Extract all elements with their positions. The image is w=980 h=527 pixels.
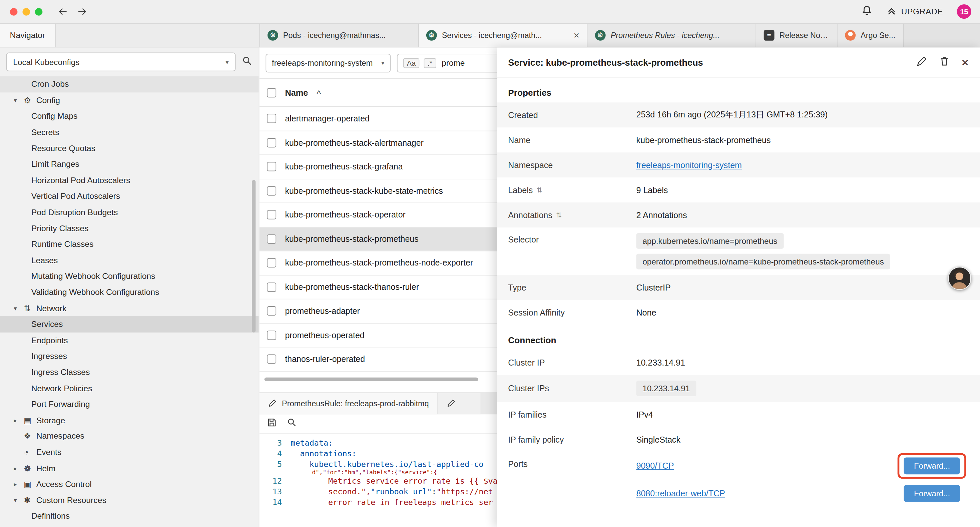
match-case-toggle[interactable]: Aa — [403, 58, 420, 68]
table-row[interactable]: kube-prometheus-stack-grafana — [259, 155, 497, 179]
edit-pencil-icon[interactable] — [916, 56, 928, 69]
forward-button[interactable]: Forward... — [904, 485, 960, 502]
row-checkbox[interactable] — [267, 282, 276, 291]
row-checkbox[interactable] — [267, 355, 276, 364]
forward-button[interactable]: Forward... — [904, 457, 960, 474]
row-checkbox[interactable] — [267, 138, 276, 147]
row-checkbox[interactable] — [267, 258, 276, 267]
row-checkbox[interactable] — [267, 234, 276, 244]
notification-count-badge[interactable]: 15 — [957, 4, 971, 19]
forward-button[interactable] — [77, 6, 88, 17]
editor-tab-partial[interactable] — [438, 393, 481, 415]
notifications-bell-icon[interactable] — [861, 5, 873, 18]
tree-expand-icon[interactable] — [14, 481, 24, 488]
horizontal-scrollbar[interactable] — [259, 375, 497, 382]
sort-toggle-icon[interactable]: ⇅ — [556, 211, 562, 219]
tab-close-icon[interactable]: × — [573, 30, 579, 40]
cluster-tab[interactable]: Services - icecheng@math... × — [418, 24, 587, 47]
row-checkbox[interactable] — [267, 210, 276, 220]
sidebar-tree-item[interactable]: Priority Classes — [0, 220, 259, 236]
cluster-tab[interactable]: Release Notes — [756, 24, 838, 47]
code-line: 3 metadata: — [259, 438, 497, 448]
editor-tab[interactable]: PrometheusRule: freeleaps-prod-rabbitmq — [259, 393, 438, 415]
row-checkbox[interactable] — [267, 114, 276, 123]
regex-toggle[interactable]: .* — [424, 58, 436, 68]
webcam-avatar[interactable] — [948, 267, 971, 290]
row-checkbox[interactable] — [267, 307, 276, 316]
sidebar-tree-item[interactable]: Helm — [0, 460, 259, 476]
tree-expand-icon[interactable] — [14, 497, 24, 504]
sidebar-tree-item[interactable]: Custom Resources — [0, 492, 259, 508]
select-all-checkbox[interactable] — [267, 88, 276, 97]
delete-trash-icon[interactable] — [939, 56, 950, 69]
row-checkbox[interactable] — [267, 186, 276, 196]
sidebar-tree-item[interactable]: Pod Disruption Budgets — [0, 204, 259, 220]
ports-list: 9090/TCPForward...8080:reloader-web/TCPF… — [636, 452, 969, 507]
sort-ascending-icon[interactable]: ^ — [317, 89, 321, 99]
sidebar-tree-item[interactable]: Validating Webhook Configurations — [0, 284, 259, 300]
name-column-header[interactable]: Name — [285, 88, 308, 97]
sidebar-tree-item[interactable]: Vertical Pod Autoscalers — [0, 188, 259, 204]
table-row[interactable]: kube-prometheus-stack-prometheus — [259, 227, 497, 251]
sidebar-tree-item[interactable]: Mutating Webhook Configurations — [0, 268, 259, 284]
tree-expand-icon[interactable] — [14, 97, 24, 104]
kubeconfig-selector[interactable]: Local Kubeconfigs ▾ — [6, 53, 236, 71]
minimize-window-button[interactable] — [22, 8, 30, 15]
table-row[interactable]: kube-prometheus-stack-kube-state-metrics — [259, 179, 497, 203]
cluster-tab[interactable]: Argo Se... — [838, 24, 904, 47]
sidebar-scrollbar[interactable] — [252, 180, 256, 333]
sort-toggle-icon[interactable]: ⇅ — [537, 186, 542, 194]
tree-expand-icon[interactable] — [14, 417, 24, 424]
sidebar-tree-item[interactable]: Port Forwarding — [0, 396, 259, 412]
sidebar-tree-item[interactable]: Leases — [0, 252, 259, 268]
port-forward-link[interactable]: 8080:reloader-web/TCP — [636, 488, 725, 498]
sidebar-tree-item[interactable]: Ingress Classes — [0, 364, 259, 380]
navigator-tab[interactable]: Navigator — [0, 24, 56, 47]
table-row[interactable]: kube-prometheus-stack-thanos-ruler — [259, 275, 497, 299]
port-forward-link[interactable]: 9090/TCP — [636, 461, 674, 470]
table-row[interactable]: prometheus-operated — [259, 323, 497, 347]
sidebar-tree-item[interactable]: Services — [0, 316, 259, 332]
sidebar-tree-item[interactable]: Resource Quotas — [0, 140, 259, 156]
cluster-tab[interactable]: Prometheus Rules - icecheng... — [587, 24, 756, 47]
sidebar-tree-item[interactable]: Limit Ranges — [0, 156, 259, 172]
close-details-icon[interactable]: × — [961, 56, 969, 68]
save-icon[interactable] — [267, 417, 277, 430]
table-row[interactable]: prometheus-adapter — [259, 299, 497, 323]
sidebar-tree-item[interactable]: Config Maps — [0, 108, 259, 124]
tree-expand-icon[interactable] — [14, 305, 24, 312]
namespace-link[interactable]: freeleaps-monitoring-system — [636, 161, 742, 170]
code-text: kubectl.kubernetes.io/last-applied-co — [291, 459, 483, 469]
table-row[interactable]: kube-prometheus-stack-alertmanager — [259, 131, 497, 155]
sidebar-tree-item[interactable]: Network — [0, 300, 259, 316]
cluster-tab[interactable]: Pods - icecheng@mathmas... — [260, 24, 418, 47]
sidebar-tree-item[interactable]: Horizontal Pod Autoscalers — [0, 172, 259, 188]
table-row[interactable]: alertmanager-operated — [259, 107, 497, 131]
back-button[interactable] — [57, 6, 68, 17]
sidebar-tree-item[interactable]: Definitions — [0, 508, 259, 524]
close-window-button[interactable] — [10, 8, 18, 15]
sidebar-tree-item[interactable]: Network Policies — [0, 380, 259, 396]
namespace-filter-dropdown[interactable]: freeleaps-monitoring-system ▾ — [266, 53, 391, 72]
table-row[interactable]: thanos-ruler-operated — [259, 347, 497, 372]
sidebar-tree-item[interactable]: Cron Jobs — [0, 76, 259, 92]
sidebar-tree-item[interactable]: Events — [0, 444, 259, 460]
sidebar-tree-item[interactable]: Namespaces — [0, 428, 259, 444]
search-input[interactable] — [441, 57, 493, 68]
sidebar-tree-item[interactable]: Endpoints — [0, 332, 259, 348]
sidebar-tree-item[interactable]: Storage — [0, 412, 259, 428]
sidebar-tree-item[interactable]: Runtime Classes — [0, 236, 259, 252]
table-row[interactable]: kube-prometheus-stack-operator — [259, 203, 497, 227]
sidebar-tree-item[interactable]: Ingresses — [0, 348, 259, 364]
table-row[interactable]: kube-prometheus-stack-prometheus-node-ex… — [259, 251, 497, 275]
sidebar-tree-item[interactable]: Config — [0, 92, 259, 108]
sidebar-tree-item[interactable]: Access Control — [0, 476, 259, 492]
editor-search-icon[interactable] — [287, 417, 297, 430]
zoom-window-button[interactable] — [35, 8, 42, 15]
row-checkbox[interactable] — [267, 162, 276, 172]
sidebar-search-icon[interactable] — [242, 56, 253, 68]
tree-expand-icon[interactable] — [14, 465, 24, 471]
row-checkbox[interactable] — [267, 331, 276, 340]
upgrade-button[interactable]: UPGRADE — [886, 5, 943, 18]
sidebar-tree-item[interactable]: Secrets — [0, 124, 259, 140]
